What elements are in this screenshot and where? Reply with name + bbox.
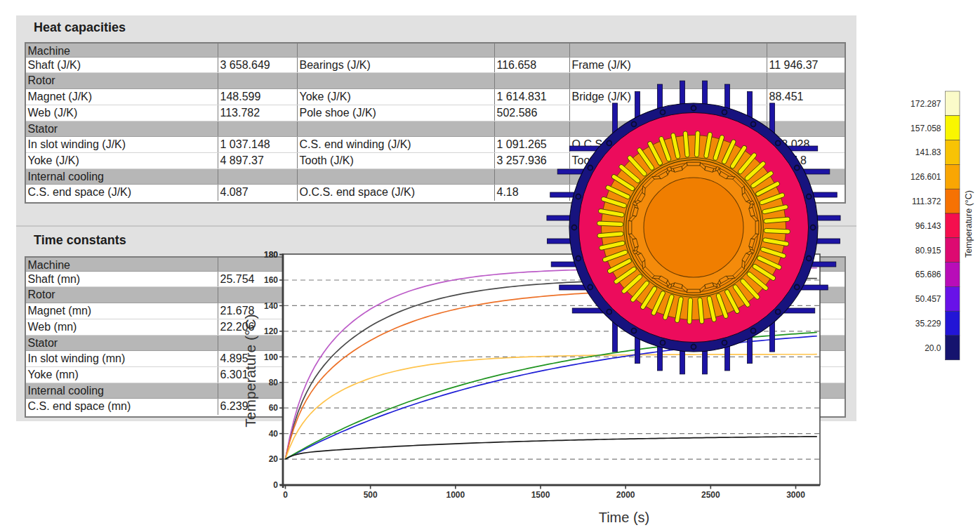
svg-text:2500: 2500: [701, 490, 720, 500]
svg-text:180: 180: [264, 250, 278, 260]
svg-text:120: 120: [264, 326, 278, 336]
svg-text:3000: 3000: [786, 490, 805, 500]
svg-text:35.229: 35.229: [915, 319, 941, 329]
svg-text:172.287: 172.287: [911, 99, 941, 109]
svg-text:Time (s): Time (s): [599, 510, 650, 525]
svg-text:80: 80: [269, 378, 279, 387]
svg-text:Temperature (°C): Temperature (°C): [242, 314, 258, 427]
svg-text:65.686: 65.686: [915, 270, 941, 279]
svg-text:100: 100: [264, 352, 278, 362]
svg-text:500: 500: [364, 490, 378, 500]
svg-text:20.0: 20.0: [925, 343, 941, 353]
svg-text:2000: 2000: [616, 490, 635, 500]
svg-text:Temperature (°C): Temperature (°C): [964, 190, 974, 258]
svg-text:141.83: 141.83: [915, 147, 941, 157]
svg-text:140: 140: [264, 301, 278, 311]
svg-text:1500: 1500: [531, 490, 550, 500]
svg-text:40: 40: [269, 429, 279, 439]
svg-text:1000: 1000: [446, 490, 465, 500]
svg-text:157.058: 157.058: [911, 124, 941, 133]
svg-text:50.457: 50.457: [915, 294, 941, 304]
svg-text:0: 0: [283, 490, 288, 500]
svg-text:111.372: 111.372: [912, 197, 941, 206]
svg-text:126.601: 126.601: [911, 172, 941, 182]
svg-text:80.915: 80.915: [915, 246, 941, 256]
svg-text:160: 160: [264, 275, 278, 285]
svg-text:60: 60: [269, 403, 279, 413]
svg-text:96.143: 96.143: [915, 221, 941, 231]
svg-text:20: 20: [269, 454, 279, 464]
svg-text:0: 0: [273, 480, 278, 490]
